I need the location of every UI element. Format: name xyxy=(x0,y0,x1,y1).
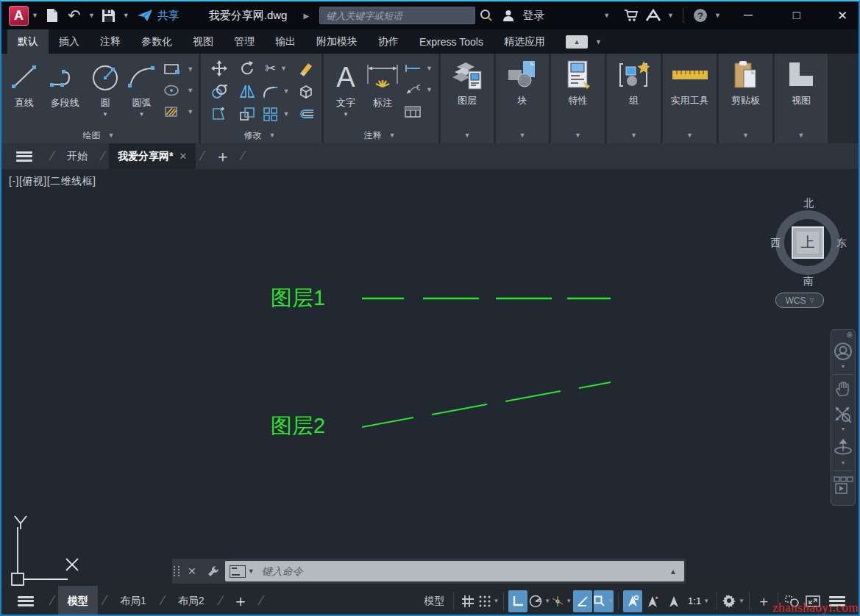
app-store-cart-icon[interactable] xyxy=(623,7,639,24)
mirror-button[interactable] xyxy=(239,84,255,99)
arc-dropdown-icon[interactable]: ▼ xyxy=(139,111,145,118)
ellipse-button[interactable]: ▼ xyxy=(163,84,199,97)
tab-output[interactable]: 输出 xyxy=(265,29,306,54)
osnap-dropdown-icon[interactable]: ▼ xyxy=(608,598,614,604)
orbit-dropdown-icon[interactable]: ▼ xyxy=(841,460,846,469)
tab-start[interactable]: 开始 xyxy=(58,143,96,169)
clipboard-panel-expand-icon[interactable]: ▼ xyxy=(742,132,749,139)
trim-button[interactable]: ✂ ▼ xyxy=(265,60,290,76)
leader-dropdown-icon[interactable]: ▼ xyxy=(426,86,433,93)
app-menu-dropdown-icon[interactable]: ▼ xyxy=(32,12,38,19)
workspace-dropdown-icon[interactable]: ▼ xyxy=(739,598,744,604)
panel-clipboard[interactable]: 剪贴板 ▼ xyxy=(719,54,772,143)
rectangle-dropdown-icon[interactable]: ▼ xyxy=(187,65,193,73)
offset-button[interactable] xyxy=(297,107,315,121)
wcs-dropdown-icon[interactable]: ▽ xyxy=(809,297,814,304)
ribbon-minimize-control[interactable]: ▲ ▼ xyxy=(566,29,605,54)
otrack-toggle[interactable] xyxy=(573,590,592,612)
zoom-dropdown-icon[interactable]: ▼ xyxy=(841,426,846,435)
command-prompt-icon[interactable] xyxy=(230,565,246,578)
share-label[interactable]: 共享 xyxy=(157,9,180,23)
autodesk-dropdown-icon[interactable]: ▼ xyxy=(667,12,674,19)
linear-dim-dropdown-icon[interactable]: ▼ xyxy=(426,65,433,72)
new-drawing-button[interactable]: ＋ xyxy=(214,146,230,168)
draw-panel-footer[interactable]: 绘图▼ xyxy=(1,127,199,143)
erase-button[interactable] xyxy=(298,60,314,76)
tab-collaborate[interactable]: 协作 xyxy=(368,29,409,54)
polar-dropdown-icon[interactable]: ▼ xyxy=(544,598,550,604)
tab-document[interactable]: 我爱分享网* ✕ xyxy=(109,143,196,169)
close-tab-icon[interactable]: ✕ xyxy=(179,151,187,162)
model-space-toggle[interactable]: 模型 xyxy=(419,590,449,612)
layout1-tab[interactable]: 布局1 xyxy=(110,586,156,616)
circle-button[interactable]: 圆 ▼ xyxy=(88,54,123,127)
leader-button[interactable]: ▼ xyxy=(405,84,436,96)
annotation-scale-dropdown-icon[interactable]: ▼ xyxy=(703,598,709,604)
maximize-button[interactable]: □ xyxy=(781,1,813,29)
ortho-toggle[interactable] xyxy=(508,590,527,612)
annotation-scale-icon-button[interactable] xyxy=(664,590,683,612)
fillet-button[interactable]: ▼ xyxy=(263,85,293,98)
layout2-tab[interactable]: 布局2 xyxy=(168,586,214,616)
app-menu-button[interactable]: A xyxy=(9,6,29,26)
help-dropdown-icon[interactable]: ▼ xyxy=(714,12,721,19)
hatch-dropdown-icon[interactable]: ▼ xyxy=(187,108,193,115)
annotation-panel-expand-icon[interactable]: ▼ xyxy=(389,132,396,139)
snap-dropdown-icon[interactable]: ▼ xyxy=(493,598,499,604)
viewcube[interactable]: 北 西 东 南 上 xyxy=(767,198,851,287)
annotation-panel-footer[interactable]: 注释▼ xyxy=(324,127,438,143)
utilities-panel-expand-icon[interactable]: ▼ xyxy=(686,132,693,139)
grid-toggle[interactable] xyxy=(458,590,477,612)
panel-utilities[interactable]: 实用工具 ▼ xyxy=(663,54,717,143)
viewcube-north[interactable]: 北 xyxy=(803,197,814,210)
tab-annotate[interactable]: 注释 xyxy=(90,29,131,54)
new-file-icon[interactable] xyxy=(44,7,60,24)
group-panel-expand-icon[interactable]: ▼ xyxy=(630,132,637,139)
isodraft-dropdown-icon[interactable]: ▼ xyxy=(566,598,572,604)
share-button[interactable]: 共享 xyxy=(137,9,180,23)
search-icon[interactable] xyxy=(478,7,494,24)
stretch-button[interactable] xyxy=(211,107,227,121)
autodesk-logo-icon[interactable] xyxy=(645,7,661,24)
block-panel-expand-icon[interactable]: ▼ xyxy=(519,132,526,139)
undo-icon[interactable]: ↶ xyxy=(66,7,82,24)
visual-style-control[interactable]: [二维线框] xyxy=(47,175,96,188)
workspace-gear-button[interactable]: ▼ xyxy=(722,590,744,612)
view-panel-expand-icon[interactable]: ▼ xyxy=(798,132,805,139)
tab-addins[interactable]: 附加模块 xyxy=(306,29,368,54)
command-history-icon[interactable]: ▲ xyxy=(669,567,677,576)
new-layout-button[interactable]: ＋ xyxy=(232,590,249,612)
login-dropdown-icon[interactable]: ▼ xyxy=(603,12,610,19)
close-button[interactable]: ✕ xyxy=(826,1,859,29)
linear-dim-button[interactable]: ▼ xyxy=(405,63,436,74)
tab-express-tools[interactable]: Express Tools xyxy=(409,29,494,54)
navbar-close-icon[interactable]: ⊗ xyxy=(847,331,853,339)
circle-dropdown-icon[interactable]: ▼ xyxy=(102,111,108,118)
login-button[interactable]: 登录 xyxy=(522,9,544,23)
file-tabs-menu-icon[interactable] xyxy=(16,151,32,162)
ellipse-dropdown-icon[interactable]: ▼ xyxy=(187,87,193,94)
layout-menu-icon[interactable] xyxy=(18,596,34,606)
drawing-canvas[interactable]: [-] [俯视] [二维线框] 图层1 图层2 北 西 东 南 上 WCS ▽ … xyxy=(1,169,859,586)
explode-button[interactable] xyxy=(298,83,314,99)
snap-toggle[interactable]: ▼ xyxy=(479,590,499,612)
help-icon[interactable]: ? xyxy=(692,7,708,24)
tab-insert[interactable]: 插入 xyxy=(49,29,90,54)
modify-panel-expand-icon[interactable]: ▼ xyxy=(269,132,276,139)
navbar-wheel-dropdown-icon[interactable]: ▼ xyxy=(841,364,846,373)
array-button[interactable]: ▼ xyxy=(263,107,293,121)
panel-block[interactable]: 块 ▼ xyxy=(496,54,549,143)
command-wrench-icon[interactable] xyxy=(207,565,220,578)
navigation-bar[interactable]: ⊗ ▼ ▼ ▼ xyxy=(831,329,856,506)
polyline-button[interactable]: 多段线 xyxy=(43,54,88,127)
ribbon-minimize-dropdown-icon[interactable]: ▼ xyxy=(595,38,602,46)
draw-panel-expand-icon[interactable]: ▼ xyxy=(108,132,115,139)
orbit-icon[interactable] xyxy=(834,435,853,460)
viewcube-west[interactable]: 西 xyxy=(770,237,781,250)
rectangle-button[interactable]: ▼ xyxy=(163,62,199,76)
panel-group[interactable]: 组 ▼ xyxy=(607,54,661,143)
tab-view[interactable]: 视图 xyxy=(182,29,224,54)
user-icon[interactable] xyxy=(500,7,516,24)
showmotion-icon[interactable] xyxy=(833,473,853,498)
panel-view[interactable]: 视图 ▼ xyxy=(775,54,828,143)
